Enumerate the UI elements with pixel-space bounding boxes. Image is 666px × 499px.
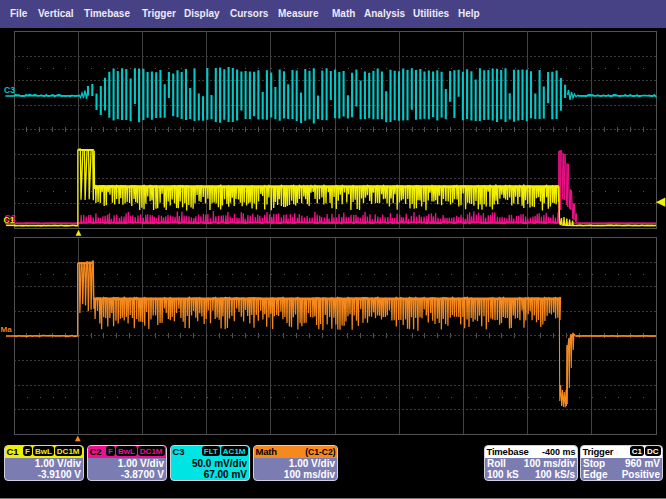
svg-text:C3: C3 <box>4 85 15 95</box>
svg-text:Ma: Ma <box>1 325 13 334</box>
